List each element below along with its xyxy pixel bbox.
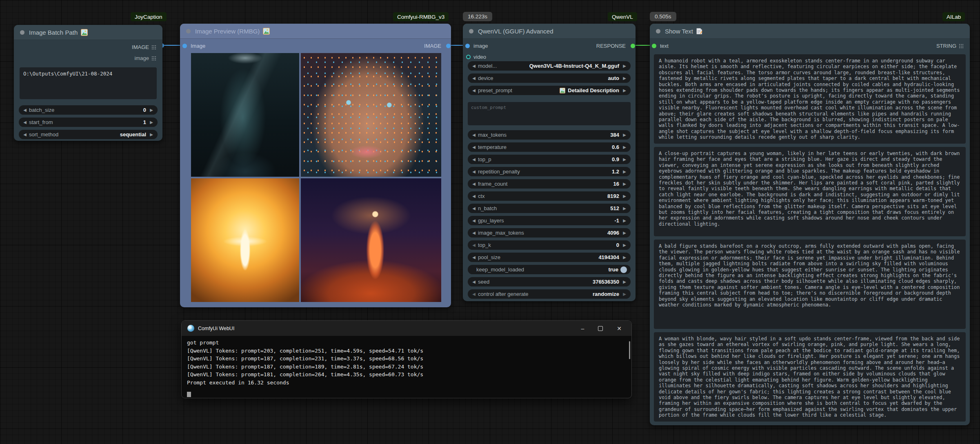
toggle-knob-icon[interactable] [620, 266, 627, 273]
prev-arrow-icon[interactable]: ◀ [471, 61, 477, 71]
decrement-arrow-icon[interactable]: ◀ [471, 167, 477, 176]
widget-value: sequential [120, 131, 146, 138]
show-text-header[interactable]: Show Text [650, 24, 970, 39]
pool-size-widget[interactable]: ◀pool_size4194304▶ [468, 253, 631, 262]
grid-handle-icon[interactable] [151, 45, 156, 49]
decrement-arrow-icon[interactable]: ◀ [471, 179, 477, 189]
increment-arrow-icon[interactable]: ▶ [621, 204, 628, 213]
image-input-dot[interactable] [182, 44, 187, 48]
next-arrow-icon[interactable]: ▶ [621, 73, 628, 83]
increment-arrow-icon[interactable]: ▶ [621, 167, 628, 176]
increment-arrow-icon[interactable]: ▶ [621, 179, 628, 189]
increment-arrow-icon[interactable]: ▶ [148, 130, 155, 139]
widget-label: temperature [478, 144, 507, 150]
next-arrow-icon[interactable]: ▶ [621, 86, 628, 95]
model-widget[interactable]: ◀ model... Qwen3VL-4B-Instruct-Q4_K_M.gg… [468, 61, 631, 71]
image-batch-path-header[interactable]: Image Batch Path [14, 25, 162, 40]
increment-arrow-icon[interactable]: ▶ [621, 155, 628, 164]
collapse-dot-icon[interactable] [469, 29, 473, 33]
decrement-arrow-icon[interactable]: ◀ [471, 130, 477, 140]
top-p-widget[interactable]: ◀top_p0.9▶ [468, 155, 631, 164]
prev-arrow-icon[interactable]: ◀ [471, 86, 477, 95]
increment-arrow-icon[interactable]: ▶ [621, 240, 628, 250]
decrement-arrow-icon[interactable]: ◀ [471, 142, 477, 152]
decrement-arrow-icon[interactable]: ◀ [471, 277, 477, 286]
ctx-widget[interactable]: ◀ctx8192▶ [468, 191, 631, 201]
decrement-arrow-icon[interactable]: ◀ [22, 130, 28, 139]
decrement-arrow-icon[interactable]: ◀ [22, 118, 28, 127]
terminal-scrollbar[interactable] [629, 341, 630, 359]
node-title-text: QwenVL (GGUF) Advanced [478, 28, 553, 35]
qwenvl-header[interactable]: QwenVL (GGUF) Advanced [463, 24, 636, 39]
widget-label: image_max_tokens [478, 230, 524, 236]
increment-arrow-icon[interactable]: ▶ [621, 277, 628, 286]
caption-textbox-4[interactable]: A woman with blonde, wavy hair styled in… [654, 332, 966, 422]
grid-handle-icon[interactable] [959, 44, 963, 48]
increment-arrow-icon[interactable]: ▶ [148, 118, 155, 127]
max-tokens-widget[interactable]: ◀max_tokens384▶ [468, 130, 631, 140]
increment-arrow-icon[interactable]: ▶ [148, 105, 155, 115]
prev-arrow-icon[interactable]: ◀ [471, 289, 477, 299]
maximize-button[interactable] [598, 326, 603, 331]
decrement-arrow-icon[interactable]: ◀ [471, 216, 477, 225]
preset-prompt-widget[interactable]: ◀ preset_prompt Detailed Description ▶ [468, 86, 631, 95]
temperature-widget[interactable]: ◀temperature0.6▶ [468, 142, 631, 152]
increment-arrow-icon[interactable]: ▶ [621, 191, 628, 201]
preview-image-vortex-woman[interactable] [301, 178, 441, 302]
decrement-arrow-icon[interactable]: ◀ [22, 105, 28, 115]
decrement-arrow-icon[interactable]: ◀ [471, 191, 477, 201]
seed-widget[interactable]: ◀seed376536350▶ [468, 277, 631, 286]
image-max-tokens-widget[interactable]: ◀image_max_tokens4096▶ [468, 228, 631, 238]
video-input-dot[interactable] [466, 55, 471, 59]
keep-model-loaded-toggle[interactable]: keep_model_loaded true [468, 265, 631, 274]
next-arrow-icon[interactable]: ▶ [621, 289, 628, 299]
prev-arrow-icon[interactable]: ◀ [471, 73, 477, 83]
widget-label: pool_size [478, 254, 500, 260]
collapse-dot-icon[interactable] [20, 30, 24, 35]
decrement-arrow-icon[interactable]: ◀ [471, 155, 477, 164]
caption-textbox-1[interactable]: A humanoid robot with a teal, armored ex… [654, 54, 966, 144]
caption-textbox-2[interactable]: A close-up portrait captures a young wom… [654, 147, 966, 236]
minimize-button[interactable]: – [581, 325, 584, 332]
custom-prompt-textarea[interactable] [468, 102, 631, 125]
collapse-dot-icon[interactable] [656, 29, 660, 33]
preview-image-robot[interactable] [191, 53, 299, 177]
preview-image-portrait[interactable] [301, 53, 441, 177]
sort-method-widget[interactable]: ◀ sort_method sequential ▶ [19, 130, 158, 139]
increment-arrow-icon[interactable]: ▶ [621, 253, 628, 262]
batch-size-widget[interactable]: ◀ batch_size 0 ▶ [19, 105, 158, 115]
decrement-arrow-icon[interactable]: ◀ [471, 253, 477, 262]
node-title: Image Preview (RMBG) [195, 28, 270, 35]
port-row: image RESPONSE [463, 42, 636, 50]
collapse-dot-icon[interactable] [186, 29, 191, 33]
response-output-dot[interactable] [631, 44, 635, 48]
decrement-arrow-icon[interactable]: ◀ [471, 240, 477, 250]
path-input-field[interactable]: O:\Outputs\ComfyUI\21-08-2024 [20, 67, 157, 99]
increment-arrow-icon[interactable]: ▶ [621, 216, 628, 225]
device-widget[interactable]: ◀ device auto ▶ [468, 73, 631, 83]
top-k-widget[interactable]: ◀top_k0▶ [468, 240, 631, 250]
text-input-dot[interactable] [652, 44, 656, 48]
image-preview-header[interactable]: Image Preview (RMBG) [180, 24, 451, 39]
decrement-arrow-icon[interactable]: ◀ [471, 228, 477, 238]
increment-arrow-icon[interactable]: ▶ [621, 142, 628, 152]
repetition-penalty-widget[interactable]: ◀repetition_penalty1.2▶ [468, 167, 631, 176]
next-arrow-icon[interactable]: ▶ [621, 61, 628, 71]
frame-count-widget[interactable]: ◀frame_count16▶ [468, 179, 631, 189]
image-output-label: IMAGE [424, 43, 441, 49]
increment-arrow-icon[interactable]: ▶ [621, 130, 628, 140]
increment-arrow-icon[interactable]: ▶ [621, 228, 628, 238]
widget-label: frame_count [478, 181, 507, 187]
decrement-arrow-icon[interactable]: ◀ [471, 204, 477, 213]
start-from-widget[interactable]: ◀ start_from 1 ▶ [19, 118, 158, 127]
image-output-dot[interactable] [446, 44, 451, 48]
grid-handle-icon[interactable] [151, 56, 156, 60]
preview-image-lightning-figure[interactable] [191, 178, 299, 302]
image-input-dot[interactable] [465, 44, 470, 48]
caption-textbox-3[interactable]: A bald figure stands barefoot on a rocky… [654, 240, 966, 329]
close-button[interactable]: ✕ [617, 325, 622, 332]
n-batch-widget[interactable]: ◀n_batch512▶ [468, 204, 631, 213]
control-after-generate-widget[interactable]: ◀control after generaterandomize▶ [468, 289, 631, 299]
gpu-layers-widget[interactable]: ◀gpu_layers-1▶ [468, 216, 631, 225]
terminal-title-bar[interactable]: ComfyUi WebUI – ✕ [182, 321, 631, 336]
